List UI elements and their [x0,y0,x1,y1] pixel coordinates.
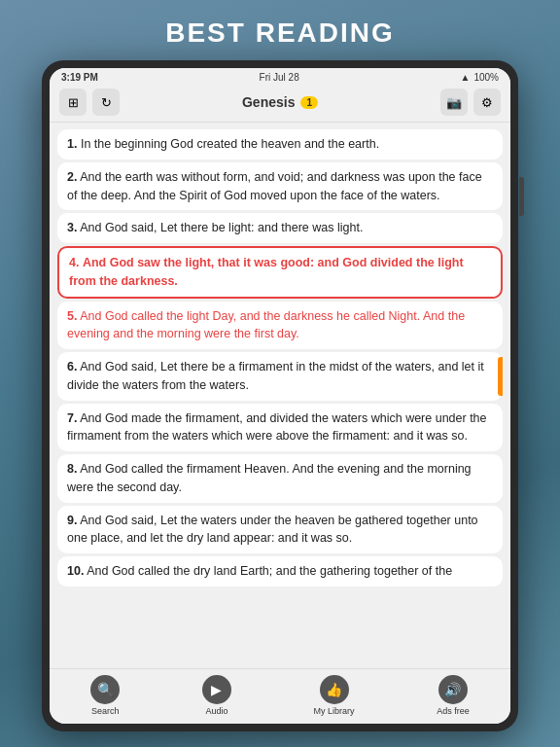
audio-tab-icon: ▶ [202,675,231,704]
verse-6-text: And God said, Let there be a firmament i… [67,360,484,392]
verse-3-text: And God said, Let there be light: and th… [80,221,363,234]
audio-tab-label: Audio [205,706,228,716]
verse-8-number: 8. [67,462,77,476]
tab-bar: 🔍 Search ▶ Audio 👍 My Library 🔊 Ads free [50,668,510,724]
book-title-area: Genesis 1 [242,94,318,110]
chapter-badge: 1 [300,96,318,109]
tab-library[interactable]: 👍 My Library [314,675,355,716]
verse-2: 2. And the earth was without form, and v… [57,162,503,211]
verse-4-text: And God saw the light, that it was good:… [69,256,464,288]
verse-5-text: And God called the light Day, and the da… [67,309,465,341]
battery-icon: 100% [473,72,499,83]
status-bar: 3:19 PM Fri Jul 28 ▲ 100% [50,68,510,85]
verse-8-text: And God called the firmament Heaven. And… [67,462,472,494]
ads-free-tab-icon: 🔊 [438,675,468,704]
status-date: Fri Jul 28 [260,72,299,83]
settings-icon[interactable]: ⚙ [473,89,501,116]
tab-search[interactable]: 🔍 Search [90,675,120,716]
verse-7-text: And God made the firmament, and divided … [67,411,487,444]
verse-list: 1. In the beginning God created the heav… [50,129,510,587]
verse-9: 9. And God said, Let the waters under th… [57,506,503,554]
verse-1-number: 1. [67,137,77,151]
verse-1-text: In the beginning God created the heaven … [81,137,379,151]
camera-icon[interactable]: 📷 [440,89,468,116]
verse-6: 6. And God said, Let there be a firmamen… [57,352,503,401]
verse-4-number: 4. [69,256,79,269]
verse-5: 5. And God called the light Day, and the… [57,302,503,350]
verse-7: 7. And God made the firmament, and divid… [57,404,503,452]
tab-audio[interactable]: ▶ Audio [202,675,231,716]
verse-10: 10. And God called the dry land Earth; a… [57,556,503,587]
side-button [519,177,524,216]
search-tab-label: Search [91,706,120,716]
verse-3: 3. And God said, Let there be light: and… [57,213,503,243]
verse-2-number: 2. [67,170,77,184]
verse-3-number: 3. [67,221,77,234]
library-tab-label: My Library [314,706,355,716]
verse-10-text: And God called the dry land Earth; and t… [87,564,452,578]
tablet-device: 3:19 PM Fri Jul 28 ▲ 100% ⊞ ↻ Genesis 1 … [42,60,518,731]
tablet-screen: 3:19 PM Fri Jul 28 ▲ 100% ⊞ ↻ Genesis 1 … [50,68,510,724]
nav-left-icons: ⊞ ↻ [59,89,120,116]
book-title: Genesis [242,94,295,110]
content-area: 1. In the beginning God created the heav… [50,123,510,668]
verse-9-text: And God said, Let the waters under the h… [67,514,478,546]
verse-10-number: 10. [67,564,84,578]
verse-6-number: 6. [67,360,77,374]
nav-bar: ⊞ ↻ Genesis 1 📷 ⚙ [50,85,510,123]
verse-7-number: 7. [67,411,77,425]
verse-5-number: 5. [67,309,77,323]
refresh-icon[interactable]: ↻ [92,89,120,116]
nav-right-icons: 📷 ⚙ [440,89,501,116]
verse-9-number: 9. [67,514,77,527]
orange-scroll-indicator [498,357,503,396]
wifi-icon: ▲ [461,72,471,83]
status-time: 3:19 PM [61,72,98,83]
verse-8: 8. And God called the firmament Heaven. … [57,454,503,503]
verse-1: 1. In the beginning God created the heav… [57,129,503,160]
verse-4: 4. And God saw the light, that it was go… [57,246,503,299]
tab-ads-free[interactable]: 🔊 Ads free [437,675,470,716]
search-tab-icon: 🔍 [90,675,120,704]
grid-icon[interactable]: ⊞ [59,89,87,116]
status-right: ▲ 100% [461,72,499,83]
library-tab-icon: 👍 [320,675,349,704]
page-title: BEST READING [165,18,395,49]
ads-free-tab-label: Ads free [437,706,470,716]
verse-2-text: And the earth was without form, and void… [67,170,482,202]
